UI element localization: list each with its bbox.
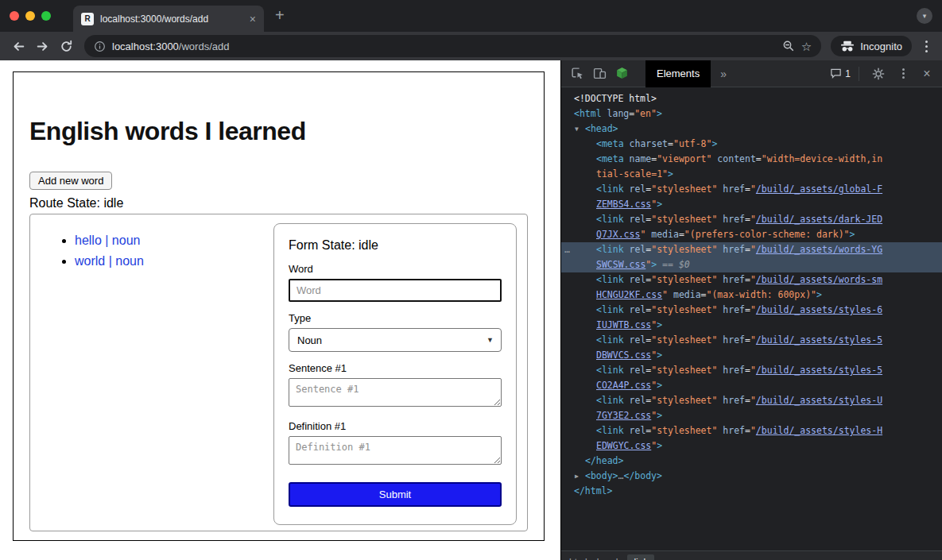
devtools-menu-button[interactable] bbox=[894, 68, 912, 79]
type-select[interactable]: Noun ▼ bbox=[289, 328, 502, 352]
chevron-down-icon: ▼ bbox=[487, 336, 494, 344]
code-line[interactable]: <link rel="stylesheet" href="/build/_ass… bbox=[561, 182, 942, 212]
minimize-window-button[interactable] bbox=[25, 11, 35, 21]
titlebar: R localhost:3000/words/add × + ▾ bbox=[0, 0, 942, 32]
favicon-icon: R bbox=[81, 13, 94, 25]
list-item: world | noun bbox=[75, 254, 273, 268]
word-link-world[interactable]: world | noun bbox=[75, 254, 144, 268]
reload-button[interactable] bbox=[54, 34, 78, 58]
code-line[interactable]: <link rel="stylesheet" href="/build/_ass… bbox=[561, 333, 942, 363]
page-container: English words I learned Add new word Rou… bbox=[13, 71, 545, 541]
bookmark-star-icon[interactable]: ☆ bbox=[801, 41, 812, 52]
code-line[interactable]: </head> bbox=[561, 454, 942, 469]
sentence-textarea[interactable] bbox=[289, 378, 502, 407]
tab-title: localhost:3000/words/add bbox=[100, 14, 243, 25]
more-panels-icon[interactable]: » bbox=[720, 68, 727, 80]
code-line[interactable]: <link rel="stylesheet" href="/build/_ass… bbox=[561, 423, 942, 454]
page-info-icon[interactable] bbox=[94, 41, 106, 52]
extension-cube-icon[interactable] bbox=[611, 63, 633, 85]
type-select-value: Noun bbox=[297, 334, 322, 346]
add-new-word-button[interactable]: Add new word bbox=[29, 172, 112, 190]
code-line[interactable]: <meta charset="utf-8"> bbox=[561, 137, 942, 152]
word-label: Word bbox=[289, 263, 502, 275]
message-count: 1 bbox=[845, 68, 851, 79]
list-item: hello | noun bbox=[75, 234, 273, 248]
sentence-label: Sentence #1 bbox=[289, 362, 502, 374]
definition-textarea[interactable] bbox=[289, 436, 502, 465]
word-list: hello | noun world | noun bbox=[30, 234, 273, 531]
words-section: hello | noun world | noun Form State: id… bbox=[29, 214, 528, 531]
close-window-button[interactable] bbox=[10, 11, 19, 21]
url-host: localhost:3000 bbox=[112, 41, 179, 52]
code-line[interactable]: <!DOCTYPE html> bbox=[561, 91, 942, 106]
devtools-code[interactable]: <!DOCTYPE html><html lang="en">▼<head><m… bbox=[561, 88, 942, 550]
definition-label: Definition #1 bbox=[289, 420, 502, 432]
word-link-hello[interactable]: hello | noun bbox=[75, 234, 140, 247]
form-state-text: Form State: idle bbox=[289, 238, 502, 253]
code-line[interactable]: <link rel="stylesheet" href="/build/_ass… bbox=[561, 212, 942, 242]
device-toolbar-icon bbox=[593, 67, 607, 80]
new-tab-button[interactable]: + bbox=[275, 7, 285, 23]
message-bubble-icon bbox=[830, 68, 842, 79]
inspect-element-button[interactable] bbox=[566, 63, 588, 85]
console-message-indicator[interactable]: 1 bbox=[830, 68, 851, 79]
url-path: /words/add bbox=[179, 41, 230, 52]
url-text: localhost:3000/words/add bbox=[112, 41, 229, 52]
route-state-text: Route State: idle bbox=[29, 196, 528, 210]
breadcrumb-html[interactable]: html bbox=[569, 557, 587, 560]
submit-button[interactable]: Submit bbox=[289, 482, 502, 507]
maximize-window-button[interactable] bbox=[41, 11, 51, 21]
code-line[interactable]: <meta name="viewport" content="width=dev… bbox=[561, 152, 942, 182]
zoom-icon[interactable] bbox=[782, 40, 795, 52]
devtools-close-button[interactable]: × bbox=[917, 67, 937, 81]
inspect-cursor-icon bbox=[571, 67, 584, 80]
code-line[interactable]: <link rel="stylesheet" href="/build/_ass… bbox=[561, 303, 942, 333]
word-input[interactable] bbox=[289, 279, 502, 302]
devtools-panel: Elements » 1 bbox=[560, 60, 942, 560]
tab-search-button[interactable]: ▾ bbox=[917, 8, 932, 24]
green-cube-icon bbox=[615, 67, 629, 80]
breadcrumb-link[interactable]: link bbox=[627, 554, 654, 560]
address-bar: localhost:3000/words/add ☆ Incognito bbox=[0, 32, 942, 60]
browser-menu-button[interactable] bbox=[917, 41, 936, 52]
settings-button[interactable] bbox=[867, 63, 890, 85]
code-line[interactable]: <html lang="en"> bbox=[561, 106, 942, 122]
devtools-toolbar: Elements » 1 bbox=[561, 60, 942, 87]
tab-elements[interactable]: Elements bbox=[645, 60, 711, 87]
page-title: English words I learned bbox=[29, 117, 528, 146]
forward-button[interactable] bbox=[30, 34, 54, 58]
code-line[interactable]: ▶<body>…</body> bbox=[561, 469, 942, 484]
back-arrow-icon bbox=[12, 40, 25, 53]
browser-tab[interactable]: R localhost:3000/words/add × bbox=[73, 6, 264, 32]
code-line[interactable]: <link rel="stylesheet" href="/build/_ass… bbox=[561, 242, 942, 272]
back-button[interactable] bbox=[6, 34, 30, 58]
url-bar[interactable]: localhost:3000/words/add ☆ bbox=[84, 35, 821, 57]
collapsed-arrow-icon[interactable]: ▶ bbox=[575, 469, 579, 484]
code-line[interactable]: <link rel="stylesheet" href="/build/_ass… bbox=[561, 363, 942, 393]
code-line[interactable]: ▼<head> bbox=[561, 122, 942, 137]
code-line[interactable]: <link rel="stylesheet" href="/build/_ass… bbox=[561, 272, 942, 303]
device-toolbar-button[interactable] bbox=[588, 63, 611, 85]
forward-arrow-icon bbox=[36, 40, 49, 53]
devtools-breadcrumbs: html head link bbox=[561, 550, 942, 560]
incognito-badge: Incognito bbox=[831, 36, 912, 56]
gear-icon bbox=[872, 68, 885, 80]
code-line[interactable]: <link rel="stylesheet" href="/build/_ass… bbox=[561, 393, 942, 423]
tab-close-icon[interactable]: × bbox=[250, 14, 256, 25]
window-controls bbox=[10, 11, 51, 21]
reload-icon bbox=[60, 40, 73, 53]
add-word-form: Form State: idle Word Type Noun ▼ Senten… bbox=[273, 223, 517, 525]
breadcrumb-head[interactable]: head bbox=[597, 557, 618, 560]
type-label: Type bbox=[289, 312, 502, 324]
incognito-label: Incognito bbox=[860, 41, 902, 52]
incognito-icon bbox=[840, 41, 855, 52]
code-line[interactable]: </html> bbox=[561, 484, 942, 499]
web-page: English words I learned Add new word Rou… bbox=[0, 60, 560, 560]
expanded-arrow-icon[interactable]: ▼ bbox=[575, 122, 579, 137]
